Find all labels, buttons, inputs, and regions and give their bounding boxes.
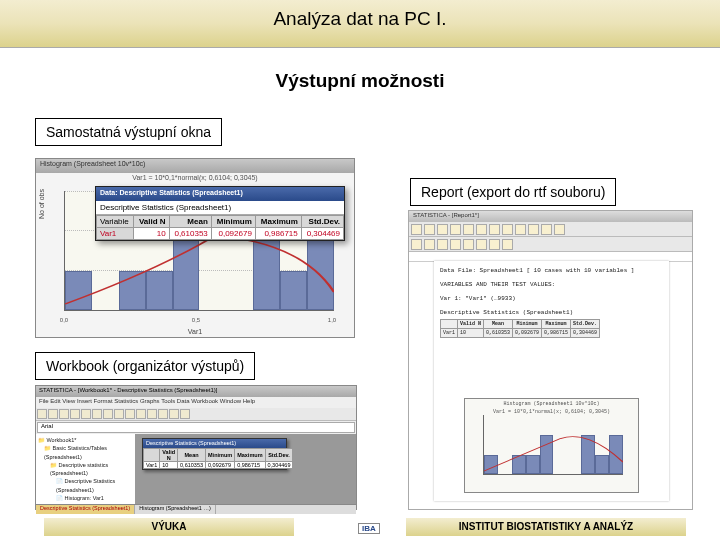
workbook-tree: Workbook1* Basic Statistics/Tables (Spre… (36, 434, 136, 504)
report-toolbar (409, 222, 692, 237)
popup-title: Data: Descriptive Statistics (Spreadshee… (96, 187, 344, 201)
slide-title: Analýza dat na PC I. (0, 8, 720, 30)
popup-subtitle: Descriptive Statistics (Spreadsheet1) (96, 201, 344, 215)
slide-subtitle: Výstupní možnosti (0, 70, 720, 92)
workbook-result-window: Descriptive Statistics (Spreadsheet1) Va… (142, 438, 287, 470)
figure-report-window: STATISTICA - [Report1*] Data File: Sprea… (408, 210, 693, 510)
workbook-formula-bar: Arial (37, 422, 355, 433)
footer-right: INSTITUT BIOSTATISTIKY A ANALÝZ (406, 518, 686, 536)
footer-logo: IBA (358, 523, 380, 534)
stats-table: Variable Valid NMeanMinimumMaximumStd.De… (96, 215, 344, 240)
label-standalone: Samostatná výstupní okna (35, 118, 222, 146)
histogram-xlabel: Var1 (36, 328, 354, 335)
report-toolbar-2 (409, 237, 692, 252)
workbook-window-title: STATISTICA - [Workbook1* - Descriptive S… (36, 386, 356, 397)
label-workbook: Workbook (organizátor výstupů) (35, 352, 255, 380)
footer: VÝUKA IBA INSTITUT BIOSTATISTIKY A ANALÝ… (0, 518, 720, 540)
report-embedded-chart: Histogram (Spreadsheet1 10v*10c) Var1 = … (464, 398, 639, 493)
histogram-window-title: Histogram (Spreadsheet 10v*10c) (36, 159, 354, 173)
workbook-tabs: Descriptive Statistics (Spreadsheet1) Hi… (36, 504, 356, 514)
figure-standalone-window: Histogram (Spreadsheet 10v*10c) Var1 = 1… (35, 158, 355, 338)
histogram-ylabel: No of obs (38, 189, 45, 219)
workbook-menu: File Edit View Insert Format Statistics … (36, 397, 356, 408)
report-page: Data File: Spreadsheet1 [ 10 cases with … (434, 261, 669, 501)
figure-workbook-window: STATISTICA - [Workbook1* - Descriptive S… (35, 385, 357, 510)
report-window-title: STATISTICA - [Report1*] (409, 211, 692, 222)
label-report: Report (export do rtf souboru) (410, 178, 616, 206)
descriptive-stats-popup: Data: Descriptive Statistics (Spreadshee… (95, 186, 345, 241)
workbook-toolbar (36, 408, 356, 421)
footer-left: VÝUKA (44, 518, 294, 536)
histogram-caption: Var1 = 10*0,1*normal(x; 0,6104; 0,3045) (36, 174, 354, 181)
